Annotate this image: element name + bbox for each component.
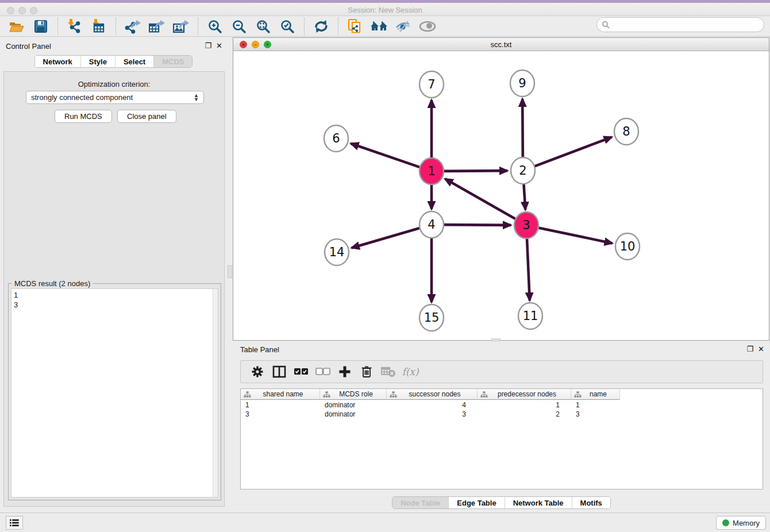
node-9[interactable]: 9 [510, 70, 534, 97]
mcds-result-text[interactable]: 13 [11, 288, 218, 498]
control-panel-close-icon[interactable]: ✕ [216, 41, 222, 50]
split-panel-icon[interactable] [271, 364, 288, 380]
node-label: 3 [522, 218, 530, 232]
close-panel-button[interactable]: Close panel [117, 110, 176, 123]
control-panel-title: Control Panel [6, 42, 51, 51]
column-header-name[interactable]: name [571, 389, 620, 400]
table-row[interactable]: 1dominator411 [241, 400, 620, 410]
edge-2-8[interactable] [533, 137, 612, 167]
edge-3-10[interactable] [537, 228, 613, 244]
hide-details-icon[interactable] [394, 18, 413, 35]
column-header-label: shared name [263, 390, 303, 398]
node-4[interactable]: 4 [419, 211, 444, 238]
column-header-label: successor nodes [409, 390, 460, 398]
edge-4-3[interactable] [442, 225, 511, 225]
chevron-updown-icon: ▲▼ [194, 94, 199, 102]
run-mcds-button[interactable]: Run MCDS [55, 110, 112, 123]
select-all-icon[interactable] [292, 364, 310, 380]
table-row[interactable]: 3dominator323 [241, 410, 620, 419]
column-header-predecessor-nodes[interactable]: predecessor nodes [478, 389, 571, 400]
status-bar: Memory [0, 512, 770, 532]
table-panel-float-icon[interactable]: ❐ [746, 345, 753, 353]
bottom-splitter-handle[interactable] [491, 338, 500, 341]
table-cell[interactable]: 1 [571, 400, 620, 410]
node-15[interactable]: 15 [419, 304, 444, 331]
zoom-out-icon[interactable] [230, 18, 248, 35]
table-cell[interactable]: 2 [478, 410, 571, 419]
zoom-selected-icon[interactable] [278, 18, 297, 35]
column-header-label: name [590, 390, 607, 398]
export-table-icon[interactable] [148, 18, 166, 35]
node-8[interactable]: 8 [614, 118, 638, 145]
memory-button[interactable]: Memory [716, 516, 766, 530]
node-label: 1 [428, 164, 435, 178]
delete-column-icon[interactable] [358, 364, 375, 380]
tab-motifs[interactable]: Motifs [572, 497, 610, 508]
table-cell[interactable]: 3 [241, 410, 320, 419]
clone-network-icon[interactable] [346, 18, 364, 35]
save-session-icon[interactable] [32, 18, 50, 35]
left-splitter-handle[interactable] [228, 265, 232, 278]
edge-2-9[interactable] [522, 99, 523, 160]
control-panel-float-icon[interactable]: ❐ [205, 41, 211, 50]
edge-2-3[interactable] [523, 182, 525, 210]
refresh-icon[interactable] [312, 18, 330, 35]
edge-3-1[interactable] [445, 179, 517, 219]
column-header-successor-nodes[interactable]: successor nodes [387, 389, 478, 400]
tab-network[interactable]: Network [35, 56, 81, 67]
node-6[interactable]: 6 [324, 125, 348, 152]
tab-node-table[interactable]: Node Table [392, 497, 449, 508]
open-session-icon[interactable] [7, 18, 26, 35]
tab-network-table[interactable]: Network Table [505, 497, 572, 508]
task-history-button[interactable] [6, 516, 23, 530]
edge-1-6[interactable] [351, 144, 421, 168]
table-cell[interactable]: dominator [320, 410, 387, 419]
export-image-icon[interactable] [172, 18, 190, 35]
result-scrollbar[interactable] [213, 289, 218, 497]
criterion-dropdown[interactable]: strongly connected component ▲▼ [26, 91, 204, 104]
network-canvas[interactable]: 7968124314101511 [233, 52, 769, 340]
table-cell[interactable]: dominator [320, 400, 387, 410]
network-window-title: scc.txt [233, 40, 769, 49]
import-table-icon[interactable] [90, 18, 108, 35]
edge-1-2[interactable] [442, 171, 507, 171]
tab-edge-table[interactable]: Edge Table [449, 497, 505, 508]
deselect-all-icon[interactable] [314, 364, 332, 380]
export-network-icon[interactable] [124, 18, 142, 35]
result-line: 1 [14, 290, 215, 300]
node-3[interactable]: 3 [514, 212, 538, 238]
network-window-titlebar[interactable]: × − + scc.txt [233, 38, 769, 51]
zoom-in-icon[interactable] [206, 18, 224, 35]
node-2[interactable]: 2 [511, 157, 535, 184]
search-input[interactable] [610, 19, 764, 30]
table-cell[interactable]: 3 [387, 410, 478, 419]
edge-4-14[interactable] [352, 228, 421, 248]
table-cell[interactable]: 1 [478, 400, 571, 410]
toolbar-separator [338, 18, 338, 35]
node-label: 2 [519, 164, 526, 178]
node-11[interactable]: 11 [518, 303, 542, 329]
gear-icon[interactable] [249, 364, 266, 380]
table-cell[interactable]: 3 [571, 410, 620, 419]
first-neighbors-icon[interactable] [370, 18, 388, 35]
node-14[interactable]: 14 [325, 239, 349, 265]
tab-mcds[interactable]: MCDS [154, 56, 192, 67]
memory-label: Memory [733, 519, 760, 527]
zoom-fit-icon[interactable] [254, 18, 272, 35]
node-10[interactable]: 10 [615, 233, 640, 260]
add-column-icon[interactable] [336, 364, 353, 380]
table-cell[interactable]: 1 [241, 400, 320, 410]
node-7[interactable]: 7 [419, 71, 444, 98]
import-network-icon[interactable] [66, 18, 84, 35]
node-label: 6 [332, 132, 340, 145]
table-cell[interactable]: 4 [387, 400, 478, 410]
table-panel-close-icon[interactable]: ✕ [758, 345, 764, 353]
tab-select[interactable]: Select [116, 56, 154, 67]
edge-3-11[interactable] [527, 236, 530, 300]
search-box[interactable] [596, 17, 764, 32]
tab-style[interactable]: Style [81, 56, 116, 67]
show-details-icon[interactable] [418, 18, 437, 35]
node-1[interactable]: 1 [419, 158, 444, 184]
column-header-shared-name[interactable]: shared name [241, 389, 320, 400]
column-header-MCDS-role[interactable]: MCDS role [320, 389, 387, 400]
